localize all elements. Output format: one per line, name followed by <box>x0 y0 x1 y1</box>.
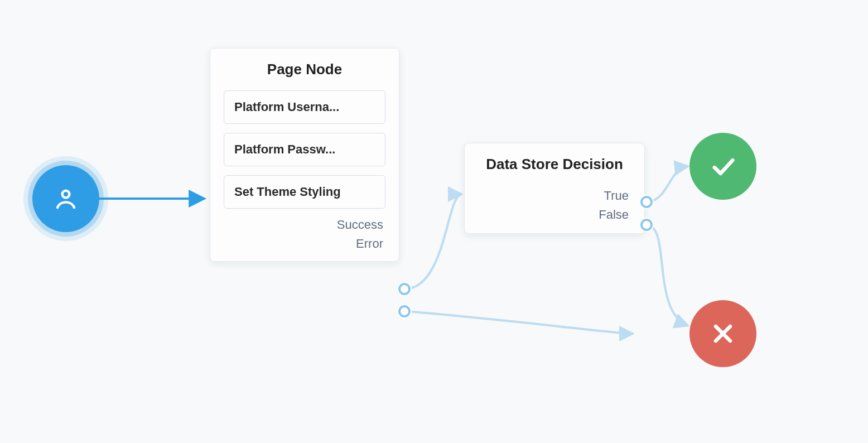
page-node-outcome-error-label: Error <box>224 237 385 251</box>
decision-node-port-true[interactable] <box>640 196 653 208</box>
page-node-outcome-success-label: Success <box>224 218 385 232</box>
decision-node-card[interactable]: Data Store Decision True False <box>464 143 645 234</box>
page-node-item-theme[interactable]: Set Theme Styling <box>224 175 385 209</box>
page-node-title: Page Node <box>224 61 385 78</box>
decision-node-port-false[interactable] <box>640 219 653 231</box>
page-node-card[interactable]: Page Node Platform Userna... Platform Pa… <box>210 48 399 262</box>
connector-layer <box>0 0 868 443</box>
user-icon <box>52 185 79 212</box>
flow-canvas[interactable]: Page Node Platform Userna... Platform Pa… <box>0 0 868 443</box>
end-node-failure[interactable] <box>689 300 756 367</box>
edge-error-to-failure <box>407 311 633 334</box>
page-node-item-username[interactable]: Platform Userna... <box>224 90 385 124</box>
check-icon <box>708 152 737 181</box>
decision-node-outcome-true-label: True <box>478 189 631 203</box>
edge-true-to-success <box>650 166 688 202</box>
page-node-port-error[interactable] <box>398 305 411 317</box>
edge-success-to-decision <box>404 194 462 289</box>
decision-node-outcome-false-label: False <box>478 208 631 222</box>
end-node-success[interactable] <box>689 133 756 200</box>
svg-point-0 <box>62 191 70 198</box>
x-icon <box>708 319 737 348</box>
edge-false-to-failure <box>650 225 688 326</box>
decision-node-title: Data Store Decision <box>478 156 631 173</box>
start-node[interactable] <box>32 165 99 232</box>
page-node-port-success[interactable] <box>398 283 411 295</box>
page-node-item-password[interactable]: Platform Passw... <box>224 133 385 166</box>
